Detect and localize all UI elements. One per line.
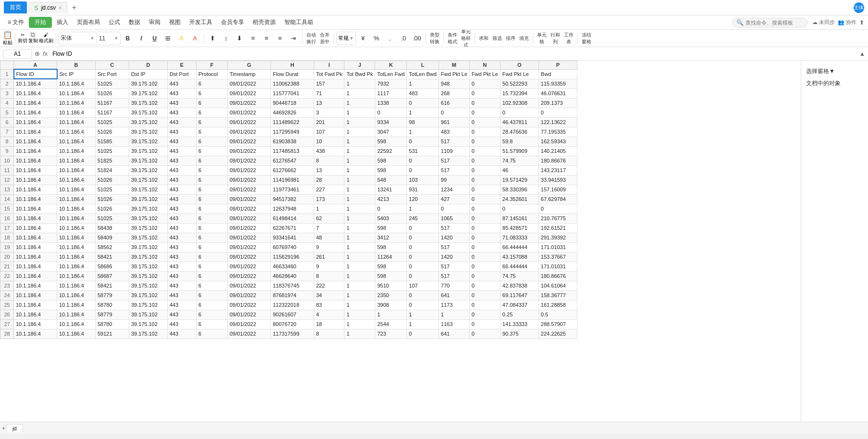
merge-btn[interactable]: 合并居中 — [318, 32, 331, 45]
cell-P10[interactable]: 180.86676 — [538, 156, 577, 165]
cell-D28[interactable]: 39.175.102 — [129, 329, 168, 339]
cell-M12[interactable]: 99 — [439, 175, 469, 185]
cell-O8[interactable]: 59.8 — [500, 137, 538, 146]
cell-L10[interactable]: 0 — [407, 156, 439, 165]
cell-J24[interactable]: 1 — [344, 290, 375, 300]
cell-E10[interactable]: 443 — [168, 156, 196, 165]
font-size-dropdown-icon[interactable]: ▼ — [114, 36, 119, 41]
cell-M27[interactable]: 1163 — [439, 319, 469, 329]
cell-I10[interactable]: 8 — [314, 156, 344, 165]
cell-C28[interactable]: 59121 — [96, 329, 129, 339]
cell-O4[interactable]: 102.92308 — [500, 98, 538, 108]
cell-M3[interactable]: 268 — [439, 88, 469, 98]
cell-G11[interactable]: 09/01/2022 — [228, 165, 271, 175]
cell-N28[interactable]: 0 — [469, 329, 500, 339]
cell-M16[interactable]: 1065 — [439, 213, 469, 223]
cell-N18[interactable]: 0 — [469, 233, 500, 242]
align-bottom-btn[interactable]: ⬇ — [233, 32, 246, 45]
cell-C10[interactable]: 51825 — [96, 156, 129, 165]
formula-fx-icon[interactable]: fx — [43, 50, 48, 57]
cell-J28[interactable]: 1 — [344, 329, 375, 339]
cell-L28[interactable]: 0 — [407, 329, 439, 339]
cell-I2[interactable]: 157 — [314, 79, 344, 88]
cell-K18[interactable]: 3412 — [375, 233, 407, 242]
cell-P25[interactable]: 161.28858 — [538, 300, 577, 310]
cell-N26[interactable]: 0 — [469, 310, 500, 319]
font-size-display[interactable]: 11 — [99, 35, 113, 42]
cell-N15[interactable]: 0 — [469, 204, 500, 213]
cell-P15[interactable]: 0 — [538, 204, 577, 213]
cell-H12[interactable]: 114196981 — [271, 175, 314, 185]
cell-K2[interactable]: 7932 — [375, 79, 407, 88]
cell-O2[interactable]: 50.522293 — [500, 79, 538, 88]
cell-G24[interactable]: 09/01/2022 — [228, 290, 271, 300]
cell-D13[interactable]: 39.175.102 — [129, 185, 168, 194]
cell-M24[interactable]: 641 — [439, 290, 469, 300]
cell-C23[interactable]: 58421 — [96, 281, 129, 290]
cell-E24[interactable]: 443 — [168, 290, 196, 300]
cell-P28[interactable]: 224.22625 — [538, 329, 577, 339]
sum-btn[interactable]: 求和 — [477, 32, 490, 45]
cell-G27[interactable]: 09/01/2022 — [228, 319, 271, 329]
cell-I15[interactable]: 1 — [314, 204, 344, 213]
cell-D11[interactable]: 39.175.102 — [129, 165, 168, 175]
cell-J15[interactable]: 1 — [344, 204, 375, 213]
cell-E27[interactable]: 443 — [168, 319, 196, 329]
cell-M15[interactable]: 0 — [439, 204, 469, 213]
cell-g1[interactable]: Timestamp — [228, 69, 271, 79]
formula-input[interactable] — [50, 50, 856, 58]
col-header-b[interactable]: B — [57, 61, 96, 70]
cell-M10[interactable]: 517 — [439, 156, 469, 165]
cell-E8[interactable]: 443 — [168, 137, 196, 146]
cell-J22[interactable]: 1 — [344, 271, 375, 281]
decrease-dec-btn[interactable]: .00 — [411, 32, 423, 45]
align-right-btn[interactable]: ≡ — [274, 32, 286, 45]
cell-E23[interactable]: 443 — [168, 281, 196, 290]
cell-A16[interactable]: 10.1.186.4 — [14, 213, 57, 223]
cell-I13[interactable]: 227 — [314, 185, 344, 194]
cell-P3[interactable]: 46.076631 — [538, 88, 577, 98]
cell-reference-input[interactable] — [3, 49, 32, 59]
cell-J23[interactable]: 1 — [344, 281, 375, 290]
cell-K16[interactable]: 5403 — [375, 213, 407, 223]
cell-D14[interactable]: 39.175.102 — [129, 194, 168, 204]
cell-M8[interactable]: 517 — [439, 137, 469, 146]
cell-E13[interactable]: 443 — [168, 185, 196, 194]
cell-C20[interactable]: 58421 — [96, 252, 129, 262]
cell-D26[interactable]: 39.175.102 — [129, 310, 168, 319]
cell-B27[interactable]: 10.1.186.4 — [57, 319, 96, 329]
cell-A23[interactable]: 10.1.186.4 — [14, 281, 57, 290]
cell-E4[interactable]: 443 — [168, 98, 196, 108]
cell-C17[interactable]: 58438 — [96, 223, 129, 233]
cell-M5[interactable]: 0 — [439, 108, 469, 117]
cell-style-btn[interactable]: 单元格样式 — [460, 32, 472, 45]
cell-O9[interactable]: 51.579909 — [500, 146, 538, 156]
cell-K5[interactable]: 0 — [375, 108, 407, 117]
cell-F12[interactable]: 6 — [196, 175, 228, 185]
cell-L4[interactable]: 0 — [407, 98, 439, 108]
cell-N13[interactable]: 0 — [469, 185, 500, 194]
cell-H11[interactable]: 61276662 — [271, 165, 314, 175]
cell-G25[interactable]: 09/01/2022 — [228, 300, 271, 310]
cell-o1[interactable]: Fwd Pkt Le — [500, 69, 538, 79]
cell-O24[interactable]: 69.117647 — [500, 290, 538, 300]
cell-H5[interactable]: 44692826 — [271, 108, 314, 117]
cell-L12[interactable]: 103 — [407, 175, 439, 185]
cell-P5[interactable]: 0 — [538, 108, 577, 117]
font-name-dropdown-icon[interactable]: ▼ — [90, 36, 95, 41]
cell-O7[interactable]: 28.476636 — [500, 127, 538, 137]
cell-E11[interactable]: 443 — [168, 165, 196, 175]
cell-B3[interactable]: 10.1.186.4 — [57, 88, 96, 98]
cell-F17[interactable]: 6 — [196, 223, 228, 233]
cell-A5[interactable]: 10.1.186.4 — [14, 108, 57, 117]
cell-H13[interactable]: 119773461 — [271, 185, 314, 194]
menu-vip[interactable]: 会员专享 — [217, 17, 248, 28]
cell-P13[interactable]: 157.16009 — [538, 185, 577, 194]
cell-L24[interactable]: 0 — [407, 290, 439, 300]
cell-N6[interactable]: 0 — [469, 117, 500, 127]
cell-F25[interactable]: 6 — [196, 300, 228, 310]
cell-J26[interactable]: 1 — [344, 310, 375, 319]
cell-l1[interactable]: TotLen Bwd — [407, 69, 439, 79]
cell-G9[interactable]: 09/01/2022 — [228, 146, 271, 156]
cell-B21[interactable]: 10.1.186.4 — [57, 262, 96, 271]
